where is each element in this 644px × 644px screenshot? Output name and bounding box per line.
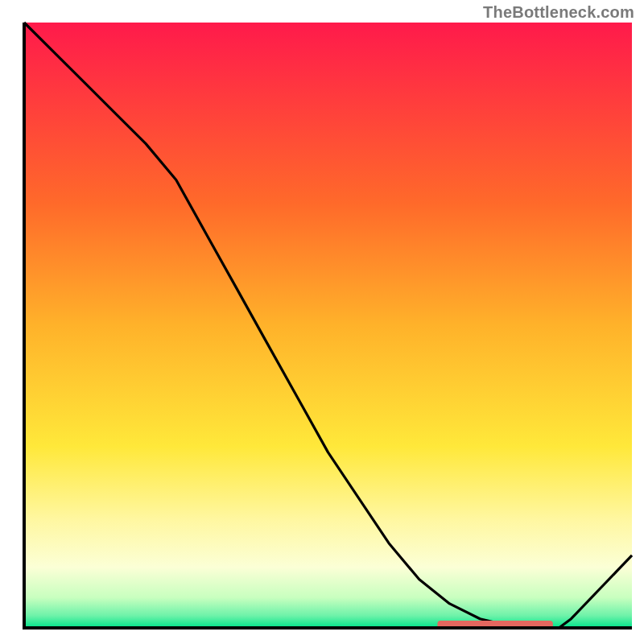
chart-container: TheBottleneck.com	[0, 0, 644, 644]
bottleneck-chart	[0, 0, 644, 644]
